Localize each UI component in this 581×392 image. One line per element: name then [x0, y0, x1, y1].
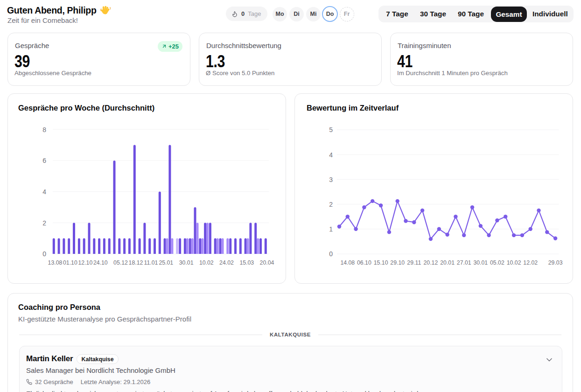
svg-text:29.11: 29.11	[407, 259, 421, 266]
svg-text:25.01: 25.01	[159, 259, 173, 266]
svg-text:24.10: 24.10	[93, 259, 108, 266]
svg-text:3: 3	[329, 176, 333, 183]
svg-text:0: 0	[329, 250, 333, 258]
svg-text:30.01: 30.01	[179, 259, 194, 266]
svg-text:20.04: 20.04	[260, 259, 274, 266]
svg-text:1: 1	[329, 225, 333, 233]
svg-text:0: 0	[42, 250, 46, 258]
svg-text:20.01: 20.01	[440, 259, 455, 266]
svg-text:18.12: 18.12	[129, 259, 143, 266]
svg-text:4: 4	[42, 188, 46, 196]
svg-text:10.02: 10.02	[507, 259, 521, 266]
svg-text:12.10: 12.10	[78, 259, 93, 266]
svg-text:05.02: 05.02	[490, 259, 504, 266]
svg-text:27.01: 27.01	[457, 259, 471, 266]
svg-text:8: 8	[42, 126, 46, 133]
svg-text:13.08: 13.08	[48, 259, 63, 266]
svg-text:30.01: 30.01	[473, 259, 488, 266]
svg-text:14.08: 14.08	[340, 259, 355, 266]
svg-text:2: 2	[329, 201, 333, 208]
svg-text:6: 6	[42, 157, 46, 164]
svg-text:29.03: 29.03	[548, 259, 563, 266]
svg-text:15.10: 15.10	[374, 259, 388, 266]
svg-text:11.01: 11.01	[144, 259, 158, 266]
svg-text:12.02: 12.02	[523, 259, 538, 266]
svg-text:4: 4	[329, 151, 333, 159]
svg-text:2: 2	[42, 219, 46, 227]
svg-text:05.12: 05.12	[113, 259, 128, 266]
svg-text:24.02: 24.02	[219, 259, 234, 266]
svg-text:15.03: 15.03	[239, 259, 254, 266]
svg-text:10.02: 10.02	[199, 259, 214, 266]
svg-text:20.12: 20.12	[424, 259, 438, 266]
svg-text:5: 5	[329, 126, 333, 133]
svg-text:06.10: 06.10	[357, 259, 371, 266]
svg-text:29.10: 29.10	[390, 259, 405, 266]
svg-text:01.10: 01.10	[63, 259, 77, 266]
